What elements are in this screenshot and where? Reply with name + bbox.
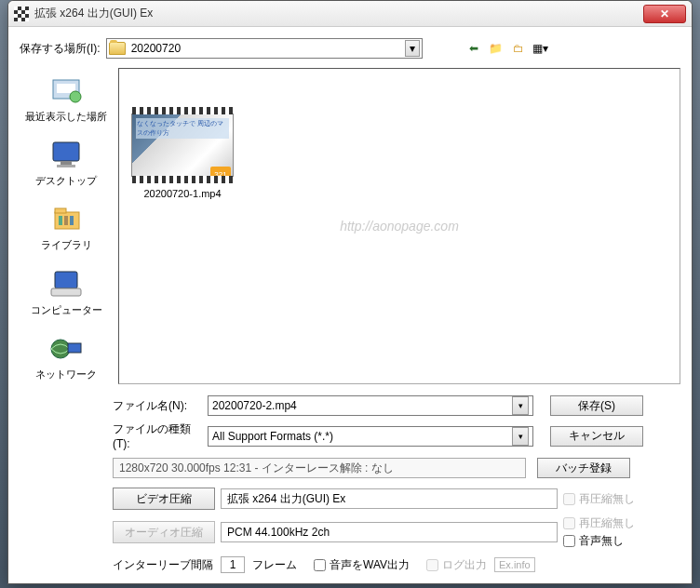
places-sidebar: 最近表示した場所 デスクトップ ライブラリ コンピューター ネットワーク [20,68,113,384]
location-label: 保存する場所(I): [20,41,101,57]
back-icon[interactable]: ⬅ [465,40,482,57]
interleave-input[interactable] [221,556,245,573]
svg-rect-4 [61,161,72,165]
filetype-combo[interactable]: All Support Formats (*.*) [208,426,533,447]
svg-rect-10 [70,216,74,225]
codec-badge: 321 [210,167,231,181]
no-recompress-video-checkbox: 再圧縮無し [563,491,635,507]
svg-rect-7 [55,208,66,213]
save-dialog-window: 拡張 x264 出力(GUI) Ex ✕ 保存する場所(I): 20200720… [7,0,693,584]
filename-label: ファイル名(N): [113,398,202,414]
video-codec-display: 拡張 x264 出力(GUI) Ex [221,488,558,509]
new-folder-icon[interactable]: 🗀 [510,40,527,57]
video-compress-button[interactable]: ビデオ圧縮 [113,488,215,510]
svg-point-2 [70,91,81,102]
save-button[interactable]: 保存(S) [550,395,643,416]
audio-compress-button: オーディオ圧縮 [113,521,215,543]
app-icon [14,7,29,21]
recent-icon [47,74,85,107]
video-thumbnail: なくなったタッチで 周辺のマスの作り方 321 [131,114,234,177]
window-title: 拡張 x264 出力(GUI) Ex [34,6,643,21]
svg-point-13 [51,340,70,358]
location-combo[interactable]: 20200720 ▾ [106,38,423,59]
file-item[interactable]: なくなったタッチで 周辺のマスの作り方 321 20200720-1.mp4 [127,114,238,199]
file-name-label: 20200720-1.mp4 [143,188,221,199]
sidebar-libraries[interactable]: ライブラリ [20,202,113,251]
batch-register-button[interactable]: バッチ登録 [537,458,630,478]
svg-rect-12 [51,288,81,296]
wav-output-checkbox[interactable]: 音声をWAV出力 [314,557,410,573]
sidebar-network[interactable]: ネットワーク [20,331,113,381]
close-button[interactable]: ✕ [643,5,686,23]
sidebar-computer[interactable]: コンピューター [20,267,113,316]
svg-rect-11 [55,272,77,288]
titlebar: 拡張 x264 出力(GUI) Ex ✕ [8,1,692,27]
network-icon [47,331,85,365]
chevron-down-icon[interactable]: ▾ [405,40,420,57]
up-folder-icon[interactable]: 📁 [488,40,505,57]
sidebar-desktop[interactable]: デスクトップ [20,138,113,187]
svg-rect-8 [59,216,62,225]
svg-rect-3 [53,142,79,161]
cancel-button[interactable]: キャンセル [550,426,643,447]
file-list-pane[interactable]: なくなったタッチで 周辺のマスの作り方 321 20200720-1.mp4 h… [118,68,680,384]
interleave-label: インターリーブ間隔 [113,557,213,573]
filetype-label: ファイルの種類(T): [113,421,202,450]
desktop-icon [47,138,85,171]
no-audio-checkbox[interactable]: 音声無し [563,533,635,549]
view-menu-icon[interactable]: ▦▾ [532,40,549,57]
watermark-text: http://aonopage.com [340,219,459,234]
ex-info-button[interactable]: Ex.info [494,557,535,572]
svg-rect-9 [64,216,68,225]
sidebar-recent[interactable]: 最近表示した場所 [20,74,113,123]
computer-icon [47,267,85,301]
interleave-unit: フレーム [252,557,297,573]
no-recompress-audio-checkbox: 再圧縮無し [563,515,635,531]
audio-codec-display: PCM 44.100kHz 2ch [221,522,558,542]
video-info-display: 1280x720 30.000fps 12:31 - インターレース解除 : な… [113,458,526,478]
svg-rect-5 [57,165,75,167]
filename-input[interactable]: 20200720-2.mp4 [208,395,533,416]
log-output-checkbox: ログ出力 [426,557,487,573]
location-value: 20200720 [131,42,405,55]
svg-rect-14 [68,343,81,353]
libraries-icon [47,202,85,235]
folder-icon [109,42,126,55]
